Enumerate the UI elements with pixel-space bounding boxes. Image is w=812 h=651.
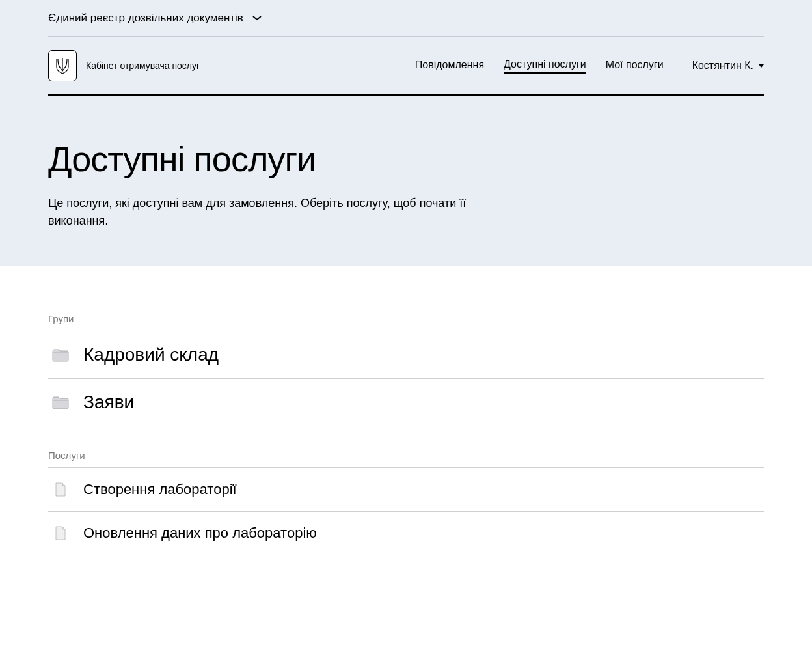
group-item-title: Заяви [83, 392, 134, 413]
chevron-down-icon [252, 16, 262, 21]
service-item[interactable]: Створення лабораторії [48, 468, 764, 512]
group-item-title: Кадровий склад [83, 344, 219, 365]
folder-icon [52, 348, 69, 362]
trident-icon [55, 57, 70, 75]
user-menu[interactable]: Костянтин К. [692, 60, 764, 72]
folder-icon [52, 395, 69, 409]
services-section-label: Послуги [48, 450, 764, 468]
nav-item-my-services[interactable]: Мої послуги [606, 59, 664, 73]
nav-item-notifications[interactable]: Повідомлення [415, 59, 484, 73]
caret-down-icon [759, 64, 764, 68]
document-icon [55, 482, 66, 497]
logo-section[interactable]: Кабінет отримувача послуг [48, 50, 200, 81]
page-title: Доступні послуги [48, 139, 764, 179]
registry-dropdown[interactable]: Єдиний реєстр дозвільних документів [48, 12, 262, 25]
logo-text: Кабінет отримувача послуг [86, 61, 200, 71]
group-item[interactable]: Кадровий склад [48, 331, 764, 379]
page-description: Це послуги, які доступні вам для замовле… [48, 195, 504, 230]
service-item-title: Оновлення даних про лабораторію [83, 525, 317, 542]
registry-label: Єдиний реєстр дозвільних документів [48, 12, 243, 25]
group-item[interactable]: Заяви [48, 379, 764, 426]
document-icon [55, 526, 66, 540]
service-item[interactable]: Оновлення даних про лабораторію [48, 512, 764, 555]
nav-item-available-services[interactable]: Доступні послуги [504, 59, 586, 74]
groups-section-label: Групи [48, 313, 764, 331]
nav-menu: Повідомлення Доступні послуги Мої послуг… [415, 59, 664, 74]
service-item-title: Створення лабораторії [83, 481, 237, 498]
user-name: Костянтин К. [692, 60, 753, 72]
logo-badge [48, 50, 77, 81]
